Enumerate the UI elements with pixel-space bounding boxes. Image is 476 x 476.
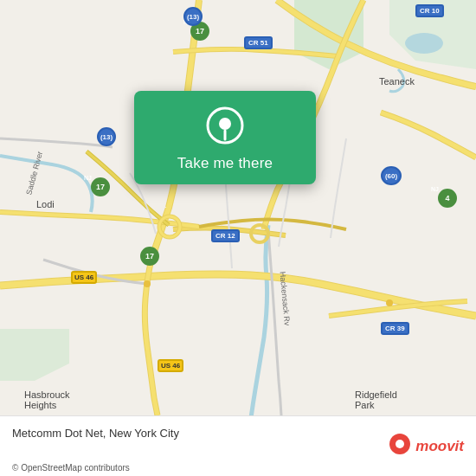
bottom-bar: Metcomm Dot Net, New York City © OpenStr… [0, 415, 476, 476]
nj17-badge-3: 17 [140, 247, 159, 266]
svg-point-11 [219, 118, 231, 130]
svg-point-13 [396, 440, 404, 448]
location-title: Metcomm Dot Net, New York City [12, 427, 179, 440]
us46-badge-2: US 46 [158, 359, 183, 372]
popup-card: Take me there [134, 91, 316, 184]
cr60-badge: (60) [381, 166, 402, 185]
location-pin-icon [206, 106, 244, 145]
svg-point-8 [144, 280, 151, 287]
nj17-badge-2: 17 [91, 177, 110, 196]
take-me-there-button[interactable]: Take me there [177, 155, 273, 172]
attribution: © OpenStreetMap contributors [12, 463, 130, 473]
cr13-badge-1: (13) [183, 7, 203, 26]
map-container: Teaneck Lodi HasbrouckHeights Ridgefield… [0, 0, 476, 415]
cr13-badge-2: (13) [97, 127, 116, 146]
cr10-badge: CR 10 [415, 4, 444, 17]
cr39-badge: CR 39 [381, 322, 409, 335]
moovit-logo: moovit [388, 433, 464, 460]
moovit-pin-logo [388, 433, 412, 460]
svg-point-4 [405, 33, 443, 54]
cr12-badge: CR 12 [211, 229, 240, 242]
nj4-badge: 4 [438, 189, 457, 208]
map-svg [0, 0, 476, 415]
svg-point-9 [386, 299, 393, 306]
cr51-badge: CR 51 [244, 36, 273, 49]
moovit-brand-text: moovit [415, 438, 464, 455]
us46-badge-1: US 46 [71, 271, 97, 284]
svg-rect-0 [0, 0, 476, 415]
